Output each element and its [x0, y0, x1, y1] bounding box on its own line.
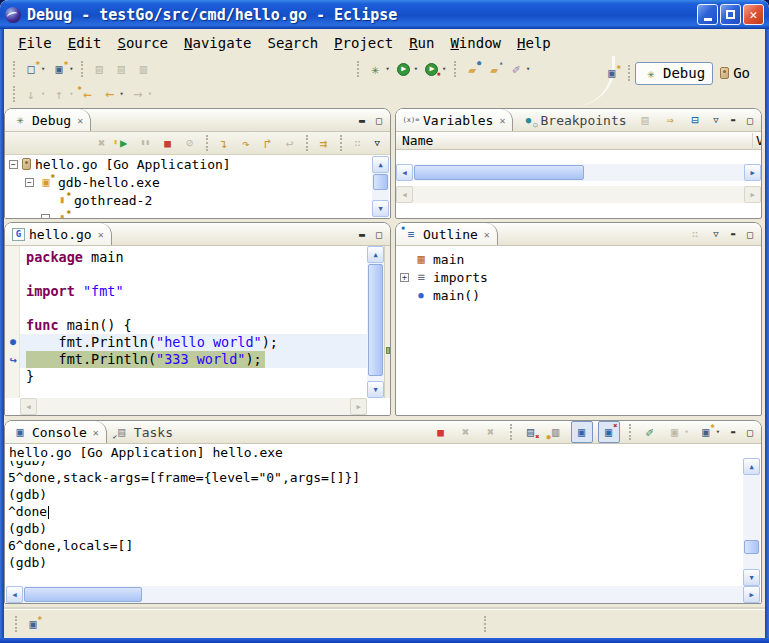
- console-vscrollbar[interactable]: ▲ ▼: [743, 458, 760, 586]
- editor-vscrollbar[interactable]: ▲ ▼: [367, 246, 384, 398]
- tab-hello-go[interactable]: G hello.go ✕: [5, 223, 112, 245]
- outline-item[interactable]: −▦main: [396, 250, 761, 268]
- open-perspective-button[interactable]: ▣✱: [602, 62, 622, 84]
- debug-tree-item[interactable]: −hello.go [Go Application]: [5, 155, 390, 173]
- next-annotation-button[interactable]: ↓▾: [21, 83, 47, 105]
- debug-tree-item[interactable]: −▣✱gdb-hello.exe: [5, 173, 390, 191]
- close-tab-icon[interactable]: ✕: [77, 115, 83, 126]
- forward-button[interactable]: →▾: [128, 83, 154, 105]
- tree-expander-icon[interactable]: −: [25, 178, 34, 187]
- debug-launch-tree[interactable]: −hello.go [Go Application]−▣✱gdb-hello.e…: [5, 155, 390, 218]
- minimize-button[interactable]: [697, 4, 718, 25]
- terminate-console-button[interactable]: ■: [431, 421, 451, 443]
- outline-misc-button[interactable]: ∷: [685, 223, 705, 245]
- detail-pane-hscrollbar[interactable]: ◀ ▶: [396, 186, 761, 203]
- close-tab-icon[interactable]: ✕: [484, 229, 490, 240]
- view-menu-button[interactable]: ▽: [709, 115, 723, 125]
- view-management-button[interactable]: ∷: [348, 132, 368, 154]
- minimize-view-button[interactable]: ▬: [355, 229, 369, 240]
- step-over-button[interactable]: ↷: [236, 132, 256, 154]
- show-stderr-button[interactable]: ▣✖: [598, 421, 620, 443]
- scroll-left-icon[interactable]: ◀: [6, 586, 23, 603]
- debug-button[interactable]: ✳▾: [365, 58, 391, 80]
- variables-empty-area[interactable]: [396, 150, 761, 164]
- open-folder-button[interactable]: ▰▴: [484, 58, 504, 80]
- last-edit-location-button[interactable]: ←✱: [77, 83, 97, 105]
- view-menu-button[interactable]: ▽: [375, 138, 380, 148]
- maximize-view-button[interactable]: □: [372, 115, 386, 126]
- remove-all-launches-button[interactable]: ✖: [481, 421, 501, 443]
- tab-outline[interactable]: ≡▪Outline✕: [396, 223, 498, 245]
- scroll-right-icon[interactable]: ▶: [744, 164, 761, 181]
- outline-item[interactable]: −●main(): [396, 286, 761, 304]
- show-type-names-button[interactable]: ▤: [635, 109, 655, 131]
- editor-hscrollbar[interactable]: ◀ ▶: [20, 398, 367, 415]
- back-button[interactable]: ←▾: [99, 83, 125, 105]
- tree-expander-icon[interactable]: +: [400, 273, 409, 282]
- show-stdout-button[interactable]: ▣: [571, 421, 593, 443]
- scrollbar-thumb[interactable]: [368, 264, 383, 376]
- maximize-view-button[interactable]: □: [743, 115, 757, 126]
- view-menu-button[interactable]: ▽: [709, 229, 723, 239]
- maximize-view-button[interactable]: □: [743, 427, 757, 438]
- maximize-view-button[interactable]: □: [743, 229, 757, 240]
- exec-line-marker[interactable]: [386, 347, 390, 354]
- tab-variables[interactable]: (x)=Variables✕: [396, 109, 513, 131]
- scrollbar-thumb[interactable]: [373, 174, 388, 190]
- menu-run[interactable]: Run: [401, 33, 442, 53]
- tab-breakpoints[interactable]: ●○Breakpoints: [513, 109, 633, 131]
- drop-to-frame-button[interactable]: ↩: [280, 132, 300, 154]
- close-tab-icon[interactable]: ✕: [98, 229, 104, 240]
- console-hscrollbar[interactable]: ◀ ▶: [6, 586, 760, 603]
- code-area[interactable]: package main import "fmt" func main() { …: [20, 246, 367, 398]
- open-console-button[interactable]: ▣✱▾: [696, 421, 722, 443]
- suspend-button[interactable]: ▮▮: [136, 132, 156, 154]
- clear-console-button[interactable]: ▤✖: [521, 421, 541, 443]
- console-output[interactable]: (gdb)5^done,stack-args=[frame={level="0"…: [8, 461, 742, 586]
- editor-gutter[interactable]: ●↪: [5, 246, 20, 398]
- menu-window[interactable]: Window: [442, 33, 509, 53]
- scroll-right-icon[interactable]: ▶: [743, 586, 760, 603]
- maximize-button[interactable]: [720, 4, 741, 25]
- column-value[interactable]: Value: [752, 133, 761, 148]
- scrollbar-thumb[interactable]: [24, 587, 142, 602]
- print-button[interactable]: ▥: [133, 58, 153, 80]
- resume-button[interactable]: ▶▮: [114, 132, 134, 154]
- tree-expander-icon[interactable]: −: [41, 214, 50, 219]
- breakpoint-icon[interactable]: ●: [7, 336, 19, 347]
- minimize-view-button[interactable]: ▬: [726, 230, 740, 238]
- fast-view-button[interactable]: ▣✱: [23, 613, 43, 635]
- variables-hscrollbar[interactable]: ◀ ▶: [396, 164, 761, 181]
- outline-tree[interactable]: −▦main+≡imports−●main(): [396, 246, 761, 414]
- external-tools-button[interactable]: ▶▪▾: [422, 58, 448, 80]
- overview-ruler[interactable]: [384, 246, 390, 398]
- close-tab-icon[interactable]: ✕: [499, 115, 505, 126]
- scroll-left-icon[interactable]: ◀: [396, 164, 413, 181]
- scroll-up-icon[interactable]: ▲: [372, 156, 389, 173]
- menu-navigate[interactable]: Navigate: [176, 33, 259, 53]
- remove-launch-button[interactable]: ✖: [456, 421, 476, 443]
- close-tab-icon[interactable]: ✕: [93, 427, 99, 438]
- new-launch-button[interactable]: ▣✱▾: [49, 58, 75, 80]
- use-step-filters-button[interactable]: ⇉: [314, 132, 334, 154]
- scrollbar-thumb[interactable]: [414, 165, 584, 180]
- disconnect-button[interactable]: ⊘: [180, 132, 200, 154]
- scroll-down-icon[interactable]: ▼: [372, 200, 389, 217]
- run-button[interactable]: ▶▾: [394, 58, 420, 80]
- debug-tree-item[interactable]: −▮✱gothread-2: [5, 191, 390, 209]
- perspective-go-button[interactable]: Go: [713, 63, 757, 83]
- close-button[interactable]: ✕: [743, 4, 764, 25]
- minimize-view-button[interactable]: ▬: [726, 428, 740, 436]
- minimize-view-button[interactable]: ▬: [726, 116, 740, 124]
- scrollbar-thumb[interactable]: [744, 540, 759, 554]
- menu-source[interactable]: Source: [109, 33, 176, 53]
- tab-console[interactable]: ▣Console✕: [5, 421, 107, 443]
- outline-item[interactable]: +≡imports: [396, 268, 761, 286]
- open-resource-button[interactable]: ▰●: [462, 58, 482, 80]
- scroll-up-icon[interactable]: ▲: [367, 246, 384, 263]
- debug-tree-item[interactable]: −▮✱: [5, 209, 390, 218]
- scroll-down-icon[interactable]: ▼: [743, 569, 760, 586]
- tab-debug[interactable]: ✳Debug✕: [5, 109, 91, 131]
- new-wizard-button[interactable]: □✱▾: [21, 58, 47, 80]
- pin-console-button[interactable]: ✐: [640, 421, 660, 443]
